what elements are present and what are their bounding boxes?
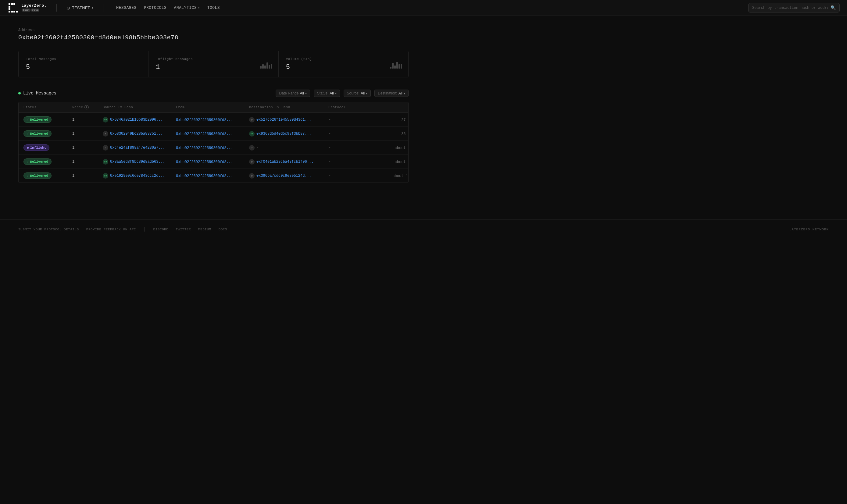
logo-brand: LayerZero.: [21, 4, 47, 8]
row-from[interactable]: 0xbe92f2692f42580300fd8...: [176, 145, 249, 150]
nav-messages[interactable]: MESSAGES: [113, 4, 139, 12]
filters: Date Range All ▾ Status: All ▾ Source: A…: [276, 90, 409, 97]
svg-rect-3: [13, 3, 15, 5]
col-dest-tx: Destination Tx Hash: [249, 105, 329, 109]
row-protocol: -: [329, 117, 377, 122]
filter-source[interactable]: Source: All ▾: [343, 90, 371, 97]
footer-link-docs[interactable]: DOCS: [218, 228, 227, 231]
nav-analytics[interactable]: ANALYTICS ▾: [171, 4, 203, 12]
row-source-hash[interactable]: B 0x58302949bc28ba83751...: [103, 131, 176, 137]
table-row[interactable]: ✓ Delivered 1 Se 0x8aa5ed8f8bc39d8adb63.…: [19, 155, 408, 169]
row-protocol: -: [329, 131, 377, 136]
main-content: Address 0xbe92f2692f42580300fd8d0ee198b5…: [0, 16, 427, 195]
logo-icon: [7, 2, 19, 14]
svg-rect-7: [11, 11, 13, 13]
network-selector[interactable]: ⊙ TESTNET ▾: [64, 4, 96, 12]
section-header: Live Messages Date Range All ▾ Status: A…: [18, 90, 409, 97]
dest-chain-icon: ◎: [249, 159, 254, 164]
nonce-info-icon[interactable]: i: [85, 105, 89, 109]
svg-rect-4: [8, 6, 11, 7]
row-created: about 7 hours ago: [377, 159, 409, 164]
row-status: ✓ Delivered: [23, 130, 72, 137]
table-row[interactable]: ✓ Delivered 1 B 0x58302949bc28ba83751...…: [19, 127, 408, 141]
source-chain-icon: B: [103, 131, 108, 137]
filter-destination[interactable]: Destination: All ▾: [374, 90, 409, 97]
footer: SUBMIT YOUR PROTOCOL DETAILS PROVIDE FEE…: [0, 219, 847, 239]
table-row[interactable]: ✓ Delivered 1 Se 0x6746a021b16b83b2096..…: [19, 113, 408, 127]
row-from[interactable]: 0xbe92f2692f42580300fd8...: [176, 131, 249, 136]
row-nonce: 1: [72, 174, 103, 178]
logo-text: LayerZero. scanbeta: [21, 4, 47, 12]
nav-divider: [56, 4, 57, 12]
row-dest-hash[interactable]: ◎ 0xf04e1ab29cba43fcb1f06...: [249, 159, 329, 164]
filter-status[interactable]: Status: All ▾: [314, 90, 340, 97]
table-row[interactable]: ✓ Delivered 1 Se 0xe1929e9c6de7843ccc2d.…: [19, 169, 408, 182]
svg-rect-5: [8, 8, 11, 10]
svg-rect-9: [16, 11, 18, 13]
dest-chain-icon: ◎: [249, 173, 254, 179]
nav-protocols[interactable]: PROTOCOLS: [141, 4, 170, 12]
svg-rect-8: [13, 11, 15, 13]
stats-row: Total Messages 5 Inflight Messages 1 Vol…: [18, 51, 409, 77]
row-created: 27 minutes ago: [377, 117, 409, 122]
footer-links: SUBMIT YOUR PROTOCOL DETAILS PROVIDE FEE…: [18, 227, 227, 232]
col-created: Created: [377, 105, 409, 109]
row-status: ✓ Delivered: [23, 173, 72, 179]
row-source-hash[interactable]: Se 0x8aa5ed8f8bc39d8adb63...: [103, 159, 176, 164]
row-from[interactable]: 0xbe92f2692f42580300fd8...: [176, 159, 249, 164]
row-created: about 2 hours ago: [377, 145, 409, 150]
row-nonce: 1: [72, 160, 103, 164]
nav-tools[interactable]: TOOLS: [204, 4, 223, 12]
source-chain-icon: ?: [103, 145, 108, 150]
col-nonce: Nonce i: [72, 105, 103, 109]
col-from: From: [176, 105, 249, 109]
footer-link-protocol[interactable]: SUBMIT YOUR PROTOCOL DETAILS: [18, 228, 79, 231]
footer-link-discord[interactable]: DISCORD: [153, 228, 169, 231]
row-dest-hash[interactable]: ? -: [249, 145, 329, 150]
col-source-tx: Source Tx Hash: [103, 105, 176, 109]
row-source-hash[interactable]: ? 0xc4e24af898a47e4230a7...: [103, 145, 176, 150]
nav-divider-2: [103, 4, 103, 12]
messages-table: Status Nonce i Source Tx Hash From Desti…: [18, 102, 409, 183]
address-value: 0xbe92f2692f42580300fd8d0ee198b5bbbe303e…: [18, 34, 409, 41]
source-chain-icon: Se: [103, 159, 108, 164]
footer-link-feedback[interactable]: PROVIDE FEEDBACK ON API: [86, 228, 136, 231]
address-label: Address: [18, 28, 409, 32]
network-icon: ⊙: [67, 5, 70, 11]
table-row[interactable]: ↻ Inflight 1 ? 0xc4e24af898a47e4230a7...…: [19, 141, 408, 155]
footer-brand: LAYERZERO.NETWORK: [789, 228, 829, 231]
inflight-chart: [260, 60, 272, 69]
svg-rect-1: [8, 3, 11, 5]
dest-chain-icon: Se: [249, 131, 254, 137]
search-icon[interactable]: 🔍: [831, 5, 836, 11]
row-protocol: -: [329, 145, 377, 150]
row-source-hash[interactable]: Se 0x6746a021b16b83b2096...: [103, 117, 176, 123]
row-source-hash[interactable]: Se 0xe1929e9c6de7843ccc2d...: [103, 173, 176, 179]
row-dest-hash[interactable]: Se 0x9368d5d40d5c98f3bb87...: [249, 131, 329, 137]
svg-rect-6: [8, 11, 11, 13]
row-dest-hash[interactable]: ◎ 0x396ba7cdc0c9e8e5124d...: [249, 173, 329, 179]
row-from[interactable]: 0xbe92f2692f42580300fd8...: [176, 174, 249, 178]
footer-link-medium[interactable]: MEDIUM: [198, 228, 211, 231]
row-protocol: -: [329, 159, 377, 164]
stat-total-messages: Total Messages 5: [19, 51, 148, 77]
row-status: ✓ Delivered: [23, 159, 72, 165]
col-status: Status: [23, 105, 72, 109]
logo-scan: scanbeta: [21, 8, 47, 12]
filter-date-range[interactable]: Date Range All ▾: [276, 90, 310, 97]
footer-separator: |: [143, 227, 146, 232]
row-status: ✓ Delivered: [23, 116, 72, 123]
row-nonce: 1: [72, 146, 103, 150]
svg-rect-2: [11, 3, 13, 5]
chevron-down-icon: ▾: [92, 6, 93, 10]
row-dest-hash[interactable]: ◎ 0x527cb26f1e45589d43d1...: [249, 117, 329, 123]
analytics-chevron-icon: ▾: [198, 6, 200, 10]
status-chevron-icon: ▾: [335, 92, 337, 95]
live-indicator: [18, 92, 21, 94]
source-chain-icon: Se: [103, 117, 108, 123]
footer-link-twitter[interactable]: TWITTER: [176, 228, 191, 231]
col-protocol: Protocol: [329, 105, 377, 109]
row-from[interactable]: 0xbe92f2692f42580300fd8...: [176, 117, 249, 122]
logo[interactable]: LayerZero. scanbeta: [7, 2, 47, 14]
search-input[interactable]: [752, 6, 828, 10]
